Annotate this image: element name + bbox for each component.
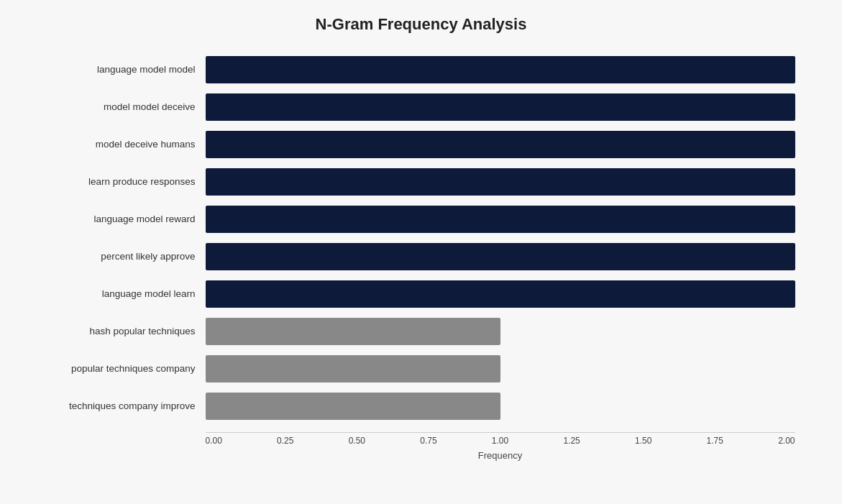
bar-label: learn produce responses — [47, 176, 206, 187]
bar-label: language model reward — [47, 214, 206, 224]
x-axis-tick: 1.50 — [635, 436, 651, 446]
bar-row: learn produce responses — [47, 163, 795, 201]
bar-fill — [206, 168, 795, 196]
bar-row: percent likely approve — [47, 238, 795, 275]
bar-row: language model learn — [47, 275, 795, 313]
bar-track — [206, 243, 795, 270]
bar-label: model deceive humans — [47, 139, 206, 150]
x-axis-tick: 2.00 — [778, 436, 795, 446]
bar-fill — [206, 318, 500, 345]
bar-fill — [206, 206, 795, 233]
bar-row: model deceive humans — [47, 126, 795, 163]
bar-label: percent likely approve — [47, 251, 206, 262]
bar-fill — [206, 393, 500, 420]
bar-label: model model deceive — [47, 101, 206, 112]
bar-label: language model learn — [47, 288, 206, 299]
chart-container: N-Gram Frequency Analysis language model… — [26, 1, 817, 504]
x-axis-ticks: 0.000.250.500.751.001.251.501.752.00 — [206, 436, 795, 446]
bar-row: model model deceive — [47, 88, 795, 126]
x-axis-tick: 1.75 — [707, 436, 723, 446]
x-axis-tick: 0.50 — [349, 436, 365, 446]
bar-label: techniques company improve — [47, 400, 206, 411]
bar-fill — [206, 93, 795, 121]
bar-track — [206, 355, 795, 382]
bar-fill — [206, 243, 795, 270]
x-axis-tick: 0.75 — [420, 436, 436, 446]
bar-fill — [206, 355, 500, 382]
x-axis-area: 0.000.250.500.751.001.251.501.752.00 Fre… — [206, 432, 795, 461]
chart-title: N-Gram Frequency Analysis — [47, 15, 795, 34]
bar-track — [206, 56, 795, 83]
bar-track — [206, 393, 795, 420]
bar-row: language model reward — [47, 201, 795, 238]
bar-track — [206, 168, 795, 196]
bar-track — [206, 318, 795, 345]
bar-row: language model model — [47, 51, 795, 88]
x-axis-label: Frequency — [206, 450, 795, 461]
x-axis-tick: 0.25 — [277, 436, 293, 446]
x-axis-tick: 1.25 — [563, 436, 580, 446]
bar-track — [206, 93, 795, 121]
bar-fill — [206, 131, 795, 158]
bar-track — [206, 206, 795, 233]
bar-track — [206, 280, 795, 308]
x-axis-tick: 0.00 — [206, 436, 222, 446]
bar-row: popular techniques company — [47, 350, 795, 388]
chart-area: language model modelmodel model deceivem… — [47, 51, 795, 425]
x-axis-tick: 1.00 — [492, 436, 508, 446]
bar-row: hash popular techniques — [47, 313, 795, 350]
bar-label: hash popular techniques — [47, 326, 206, 336]
bar-row: techniques company improve — [47, 388, 795, 425]
bar-fill — [206, 56, 795, 83]
bar-track — [206, 131, 795, 158]
bar-label: popular techniques company — [47, 363, 206, 374]
bar-fill — [206, 280, 795, 308]
bar-label: language model model — [47, 64, 206, 75]
